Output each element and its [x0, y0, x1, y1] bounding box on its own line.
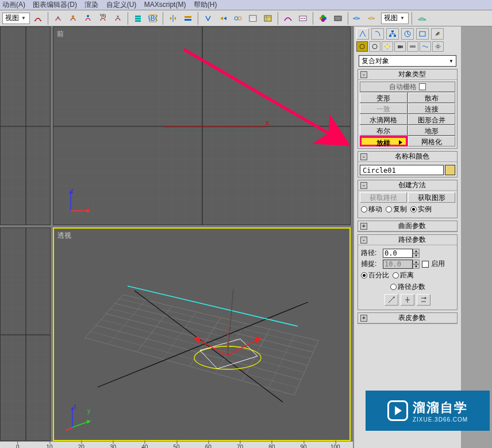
align-button[interactable] [181, 12, 195, 25]
time-ruler[interactable]: 0 10 20 30 40 50 60 70 80 90 100 [0, 441, 353, 448]
conform-button[interactable]: 一致 [360, 103, 408, 114]
move-radio[interactable]: 移动 [361, 204, 382, 214]
geometry-subtab[interactable] [356, 41, 368, 52]
rollout-header[interactable]: +曲面参数 [358, 221, 457, 231]
curve-editor-button[interactable] [281, 12, 295, 25]
rollout-header[interactable]: -名称和颜色 [358, 152, 457, 162]
selection-filter-button[interactable] [131, 12, 145, 25]
prev-shape-button[interactable] [401, 294, 414, 306]
get-shape-button[interactable]: 获取图形 [408, 192, 455, 203]
percent-snap-button[interactable] [66, 12, 80, 25]
svg-rect-3 [135, 18, 141, 20]
viewport-top[interactable] [0, 26, 51, 225]
svg-point-10 [235, 17, 238, 20]
menu-item[interactable]: 渲染 [84, 1, 98, 9]
svg-rect-13 [264, 16, 271, 21]
quick-render-button[interactable] [415, 12, 429, 25]
angle-snap-button[interactable] [51, 12, 65, 25]
systems-subtab[interactable] [432, 41, 444, 52]
next-shape-button[interactable] [417, 294, 430, 306]
array-button[interactable] [201, 12, 215, 25]
auto-grid-checkbox[interactable]: 自动栅格 [360, 82, 455, 92]
mirror-button[interactable] [166, 12, 180, 25]
enabled-checkbox[interactable] [422, 261, 429, 268]
snap-3d-button[interactable]: % [96, 12, 110, 25]
snap-label: 捕捉: [361, 259, 380, 269]
snap-toggle-button[interactable] [31, 12, 45, 25]
ref-coord-dropdown[interactable]: 视图 [2, 13, 30, 24]
boolean-button[interactable]: 布尔 [360, 125, 408, 136]
menu-item[interactable]: 自定义(U) [106, 1, 137, 9]
morph-button[interactable]: 变形 [360, 92, 408, 103]
loft-button[interactable]: 放样 [360, 136, 408, 146]
motion-tab[interactable] [401, 28, 414, 40]
menu-item[interactable]: 图表编辑器(D) [33, 1, 77, 9]
menu-item[interactable]: MAXscript(M) [144, 1, 186, 9]
scatter-button[interactable]: 散布 [408, 92, 456, 103]
object-type-dropdown[interactable]: 复合对象 [359, 55, 456, 67]
rollout-header[interactable]: -对象类型 [358, 69, 457, 80]
rollout-header[interactable]: -路径参数 [358, 235, 457, 245]
terrain-button[interactable]: 地形 [408, 125, 456, 136]
surface-params-rollout: +曲面参数 [358, 221, 458, 232]
blobmesh-button[interactable]: 水滴网格 [360, 114, 408, 125]
display-tab[interactable] [416, 28, 429, 40]
menu-item[interactable]: 动画(A) [2, 1, 25, 9]
spacing-tool-button[interactable] [231, 12, 245, 25]
object-name-input[interactable]: Circle01 [360, 165, 444, 175]
render-setup-button[interactable] [351, 12, 365, 25]
rollout-header[interactable]: +表皮参数 [358, 313, 457, 323]
view-dropdown[interactable]: 视图 [381, 13, 409, 24]
hierarchy-tab[interactable] [386, 28, 399, 40]
path-steps-radio[interactable]: 路径步数 [390, 282, 425, 292]
snap-2d-button[interactable] [111, 12, 125, 25]
svg-marker-62 [194, 337, 200, 342]
viewport-left[interactable] [0, 227, 51, 441]
helpers-subtab[interactable] [407, 41, 418, 52]
enabled-label: 启用 [431, 259, 445, 269]
modify-tab[interactable] [371, 28, 384, 40]
schematic-view-button[interactable] [246, 12, 260, 25]
viewport-perspective[interactable]: 透视 z y [53, 227, 351, 441]
layer-manager-button[interactable] [261, 12, 275, 25]
command-panel: 复合对象 -对象类型 自动栅格 变形 散布 一致 连接 水滴网格 图形合并 布尔… [353, 26, 461, 448]
watermark-logo: 溜溜自学 ZIXUE.3D66.COM [366, 391, 490, 431]
menu-item[interactable]: 帮助(H) [194, 1, 217, 9]
svg-line-47 [294, 341, 318, 395]
snap-spinner[interactable]: ▲▼ [383, 260, 420, 269]
render-button[interactable] [366, 12, 380, 25]
spacewarps-subtab[interactable] [420, 41, 431, 52]
path-spinner[interactable]: ▲▼ [383, 249, 420, 258]
distance-radio[interactable]: 距离 [393, 271, 414, 280]
material-editor-button[interactable] [316, 12, 330, 25]
spinner-snap-button[interactable] [81, 12, 95, 25]
shapemerge-button[interactable]: 图形合并 [408, 114, 456, 125]
svg-marker-70 [87, 420, 91, 424]
percent-radio[interactable]: 百分比 [361, 271, 389, 280]
pickpath-icon-button[interactable] [385, 294, 398, 306]
render-scene-button[interactable] [331, 12, 345, 25]
copy-radio[interactable]: 复制 [386, 204, 407, 214]
dope-sheet-button[interactable] [296, 12, 310, 25]
get-path-button[interactable]: 获取路径 [360, 192, 407, 203]
svg-point-1 [87, 15, 89, 17]
play-icon [387, 400, 408, 421]
shapes-subtab[interactable] [369, 41, 380, 52]
cameras-subtab[interactable] [394, 41, 406, 52]
svg-point-11 [238, 17, 241, 20]
svg-rect-75 [394, 35, 396, 37]
mesher-button[interactable]: 网格化 [408, 136, 456, 146]
svg-point-20 [321, 15, 325, 18]
rollout-header[interactable]: -创建方法 [358, 180, 457, 191]
object-color-swatch[interactable] [445, 165, 455, 175]
connect-button[interactable]: 连接 [408, 103, 456, 114]
viewport-front[interactable]: x 前 z x [53, 26, 351, 225]
named-sel-button[interactable]: ABC [146, 12, 160, 25]
path-params-rollout: -路径参数 路径: ▲▼ 捕捉: ▲▼ 启用 百分比 距 [358, 234, 458, 310]
create-tab[interactable] [356, 28, 369, 40]
lights-subtab[interactable] [382, 41, 393, 52]
svg-rect-81 [398, 45, 401, 48]
utilities-tab[interactable] [431, 28, 444, 40]
snapshot-button[interactable] [216, 12, 230, 25]
instance-radio[interactable]: 实例 [410, 204, 432, 214]
